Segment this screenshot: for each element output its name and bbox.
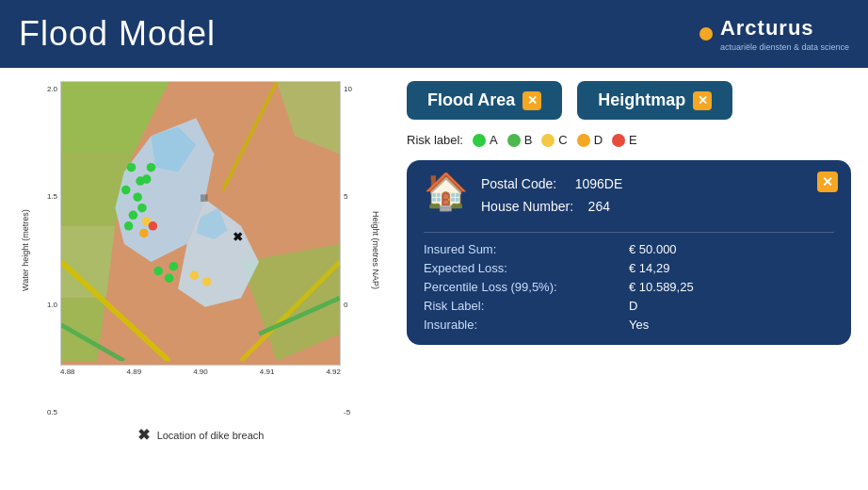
expected-loss-value: € 14,29 <box>629 261 834 275</box>
svg-point-25 <box>142 174 152 184</box>
postal-code-value: 1096DE <box>575 176 623 191</box>
risk-label-label: Risk Label: <box>424 299 629 313</box>
y-axis-left-ticks: 2.0 1.5 1.0 0.5 <box>34 81 60 420</box>
percentile-loss-label: Percentile Loss (99,5%): <box>424 280 629 294</box>
flood-area-close-icon[interactable]: ✕ <box>522 91 541 110</box>
info-card-close-button[interactable]: ✕ <box>817 172 838 192</box>
map-wrapper: Water height (metres) 2.0 1.5 1.0 0.5 <box>17 81 384 420</box>
percentile-loss-value: € 10.589,25 <box>629 280 834 294</box>
svg-point-29 <box>165 273 174 283</box>
logo-dot-icon <box>699 27 713 41</box>
toggle-row: Flood Area ✕ Heightmap ✕ <box>407 81 851 120</box>
info-card: ✕ 🏠 Postal Code: 1096DE House Number: 26… <box>407 160 851 345</box>
main-content: Water height (metres) 2.0 1.5 1.0 0.5 <box>0 68 868 490</box>
map-legend: ✖ Location of dike breach <box>17 426 384 444</box>
insured-sum-value: € 50.000 <box>629 242 834 256</box>
app-title: Flood Model <box>19 14 216 54</box>
risk-letter-c: C <box>558 133 567 147</box>
map-svg: ✖ <box>61 82 340 361</box>
svg-point-27 <box>153 267 163 276</box>
risk-dot-b <box>507 134 521 147</box>
risk-item-b: B <box>507 133 533 147</box>
svg-point-21 <box>133 192 142 202</box>
legend-text: Location of dike breach <box>157 430 265 441</box>
left-axis: Water height (metres) 2.0 1.5 1.0 0.5 <box>17 81 60 420</box>
svg-point-22 <box>137 204 147 213</box>
logo-subtitle: actuariële diensten & data science <box>720 42 849 52</box>
svg-point-33 <box>139 229 149 238</box>
risk-item-e: E <box>612 133 637 147</box>
svg-point-28 <box>169 262 179 271</box>
risk-letter-e: E <box>629 133 637 147</box>
house-number-row: House Number: 264 <box>481 196 622 219</box>
svg-point-23 <box>129 211 138 220</box>
svg-point-32 <box>202 277 212 286</box>
risk-label-row: Risk label: A B C D E <box>407 133 851 147</box>
risk-dot-a <box>473 134 486 147</box>
risk-label-value: D <box>629 299 834 313</box>
risk-item-c: C <box>541 133 567 147</box>
heightmap-button[interactable]: Heightmap ✕ <box>577 81 732 120</box>
logo-name: Arcturus <box>720 16 849 41</box>
svg-point-26 <box>147 163 156 172</box>
right-panel: Flood Area ✕ Heightmap ✕ Risk label: A B… <box>407 81 851 477</box>
house-number-label: House Number: <box>481 199 573 214</box>
header: Flood Model Arcturus actuariële diensten… <box>0 0 868 68</box>
svg-point-34 <box>149 221 158 231</box>
flood-area-button[interactable]: Flood Area ✕ <box>407 81 562 120</box>
risk-item-a: A <box>473 133 498 147</box>
insured-sum-label: Insured Sum: <box>424 242 629 256</box>
house-icon: 🏠 <box>424 173 468 209</box>
house-number-value: 264 <box>588 199 610 214</box>
svg-rect-16 <box>201 194 208 202</box>
right-axis: 10 5 0 -5 Height (metres NAP) <box>341 81 384 420</box>
risk-dot-e <box>612 134 625 147</box>
expected-loss-label: Expected Loss: <box>424 261 629 275</box>
info-card-header: 🏠 Postal Code: 1096DE House Number: 264 <box>424 173 834 219</box>
svg-point-20 <box>121 186 131 195</box>
risk-letter-d: D <box>594 133 603 147</box>
risk-letter-b: B <box>524 133 533 147</box>
heightmap-close-icon[interactable]: ✕ <box>693 91 712 110</box>
map-container: Water height (metres) 2.0 1.5 1.0 0.5 <box>17 81 384 477</box>
risk-dot-d <box>577 134 590 147</box>
y-axis-right-ticks: 10 5 0 -5 <box>341 81 367 420</box>
info-card-address: Postal Code: 1096DE House Number: 264 <box>481 173 622 219</box>
risk-dot-c <box>541 134 555 147</box>
insurable-label: Insurable: <box>424 318 629 332</box>
info-card-details: Insured Sum: € 50.000 Expected Loss: € 1… <box>424 232 834 332</box>
logo-area: Arcturus actuariële diensten & data scie… <box>699 16 849 52</box>
svg-point-18 <box>127 163 137 172</box>
dike-breach-icon: ✖ <box>137 426 150 444</box>
map-canvas: ✖ <box>60 81 341 366</box>
risk-item-d: D <box>577 133 603 147</box>
map-area: ✖ <box>60 81 341 420</box>
svg-text:✖: ✖ <box>233 230 243 244</box>
risk-label-text: Risk label: <box>407 133 463 147</box>
postal-code-label: Postal Code: <box>481 176 556 191</box>
svg-point-31 <box>190 271 200 281</box>
y-axis-right-label: Height (metres NAP) <box>367 81 384 420</box>
logo-block: Arcturus actuariële diensten & data scie… <box>720 16 849 52</box>
risk-letter-a: A <box>490 133 498 147</box>
y-axis-left-label: Water height (metres) <box>17 81 34 420</box>
insurable-value: Yes <box>629 318 834 332</box>
x-axis: 4.88 4.89 4.90 4.91 4.92 <box>60 366 341 378</box>
postal-code-row: Postal Code: 1096DE <box>481 173 622 196</box>
svg-point-24 <box>124 221 134 231</box>
